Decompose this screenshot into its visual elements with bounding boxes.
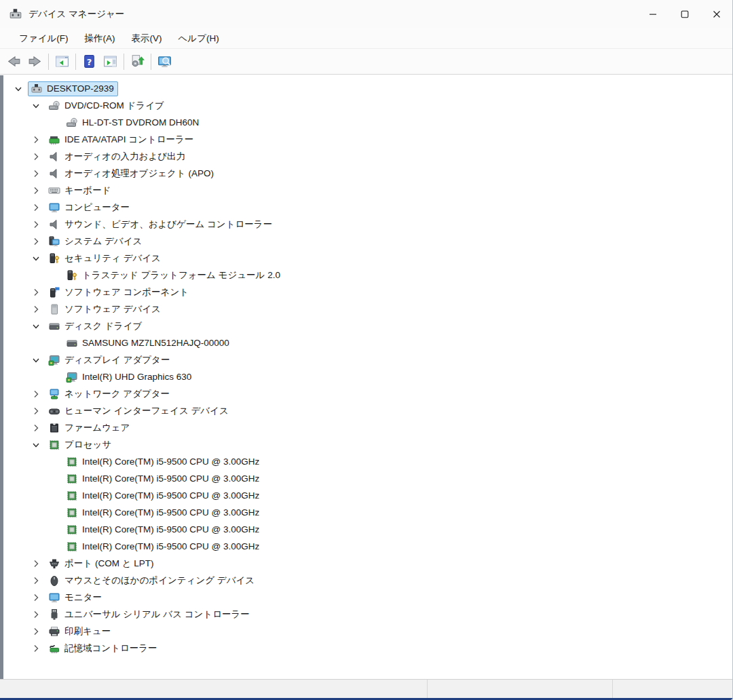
- tree-row[interactable]: Intel(R) Core(TM) i5-9500 CPU @ 3.00GHz: [3, 504, 732, 521]
- tree-node[interactable]: Intel(R) Core(TM) i5-9500 CPU @ 3.00GHz: [63, 522, 263, 537]
- tree-node[interactable]: DVD/CD-ROM ドライブ: [45, 98, 168, 113]
- tree-row[interactable]: オーディオの入力および出力: [3, 148, 732, 165]
- tree-row[interactable]: DVD/CD-ROM ドライブ: [3, 97, 732, 114]
- chevron-right-icon[interactable]: [26, 555, 45, 572]
- tree-row[interactable]: Intel(R) Core(TM) i5-9500 CPU @ 3.00GHz: [3, 470, 732, 487]
- tree-node[interactable]: セキュリティ デバイス: [45, 251, 165, 266]
- tree-row[interactable]: サウンド、ビデオ、およびゲーム コントローラー: [3, 216, 732, 233]
- chevron-down-icon[interactable]: [26, 250, 45, 267]
- chevron-right-icon[interactable]: [26, 623, 45, 640]
- tree-row[interactable]: ネットワーク アダプター: [3, 385, 732, 402]
- chevron-right-icon[interactable]: [26, 216, 45, 233]
- close-button[interactable]: [700, 0, 732, 28]
- tree-row[interactable]: トラステッド プラットフォーム モジュール 2.0: [3, 267, 732, 284]
- menu-help[interactable]: ヘルプ(H): [170, 30, 227, 47]
- tree-node[interactable]: キーボード: [45, 183, 115, 198]
- tree-node[interactable]: Intel(R) Core(TM) i5-9500 CPU @ 3.00GHz: [63, 488, 263, 503]
- help-button[interactable]: ?: [79, 52, 100, 72]
- tree-row[interactable]: キーボード: [3, 182, 732, 199]
- tree-row[interactable]: DESKTOP-2939: [3, 80, 732, 97]
- action-pane-button[interactable]: [100, 52, 121, 72]
- chevron-down-icon[interactable]: [26, 317, 45, 334]
- tree-node[interactable]: サウンド、ビデオ、およびゲーム コントローラー: [45, 217, 276, 232]
- maximize-button[interactable]: [669, 0, 700, 28]
- tree-node[interactable]: Intel(R) Core(TM) i5-9500 CPU @ 3.00GHz: [63, 539, 263, 554]
- tree-node[interactable]: DESKTOP-2939: [28, 81, 118, 96]
- chevron-right-icon[interactable]: [26, 640, 45, 657]
- tree-row[interactable]: マウスとそのほかのポインティング デバイス: [3, 572, 732, 589]
- menu-action[interactable]: 操作(A): [77, 30, 124, 47]
- tree-node[interactable]: オーディオ処理オブジェクト (APO): [45, 166, 218, 181]
- tree-node[interactable]: ソフトウェア デバイス: [45, 302, 165, 317]
- tree-row[interactable]: オーディオ処理オブジェクト (APO): [3, 165, 732, 182]
- chevron-right-icon[interactable]: [26, 182, 45, 199]
- tree-node[interactable]: SAMSUNG MZ7LN512HAJQ-00000: [63, 336, 233, 351]
- chevron-right-icon[interactable]: [26, 284, 45, 300]
- tree-row[interactable]: システム デバイス: [3, 233, 732, 250]
- tree-row[interactable]: 印刷キュー: [3, 623, 732, 640]
- tree-row[interactable]: コンピューター: [3, 199, 732, 216]
- tree-row[interactable]: ユニバーサル シリアル バス コントローラー: [3, 606, 732, 623]
- tree-node[interactable]: Intel(R) UHD Graphics 630: [63, 370, 195, 385]
- chevron-down-icon[interactable]: [9, 80, 28, 97]
- chevron-down-icon[interactable]: [26, 436, 45, 453]
- tree-row[interactable]: SAMSUNG MZ7LN512HAJQ-00000: [3, 334, 732, 351]
- device-search-button[interactable]: [154, 52, 175, 72]
- tree-node[interactable]: モニター: [45, 590, 106, 605]
- tree-row[interactable]: Intel(R) Core(TM) i5-9500 CPU @ 3.00GHz: [3, 453, 732, 470]
- tree-row[interactable]: Intel(R) UHD Graphics 630: [3, 368, 732, 385]
- tree-node[interactable]: Intel(R) Core(TM) i5-9500 CPU @ 3.00GHz: [63, 505, 263, 520]
- scan-hardware-button[interactable]: [127, 52, 148, 72]
- tree-row[interactable]: ソフトウェア デバイス: [3, 300, 732, 317]
- chevron-right-icon[interactable]: [26, 165, 45, 182]
- tree-row[interactable]: HL-DT-ST DVDROM DH60N: [3, 114, 732, 131]
- tree-node[interactable]: 記憶域コントローラー: [45, 641, 162, 656]
- tree-node[interactable]: ファームウェア: [45, 421, 134, 435]
- chevron-right-icon[interactable]: [26, 572, 45, 589]
- chevron-right-icon[interactable]: [26, 199, 45, 216]
- tree-node[interactable]: ネットワーク アダプター: [45, 387, 174, 402]
- chevron-right-icon[interactable]: [26, 385, 45, 402]
- tree-row[interactable]: ヒューマン インターフェイス デバイス: [3, 402, 732, 419]
- tree-node[interactable]: ディスプレイ アダプター: [45, 353, 174, 368]
- back-button[interactable]: [3, 52, 24, 72]
- chevron-right-icon[interactable]: [26, 131, 45, 148]
- chevron-down-icon[interactable]: [26, 351, 45, 368]
- tree-node[interactable]: ディスク ドライブ: [45, 319, 146, 334]
- chevron-right-icon[interactable]: [26, 300, 45, 317]
- chevron-right-icon[interactable]: [26, 233, 45, 250]
- tree-node[interactable]: コンピューター: [45, 200, 134, 215]
- chevron-right-icon[interactable]: [26, 419, 45, 436]
- tree-row[interactable]: ディスク ドライブ: [3, 317, 732, 334]
- tree-node[interactable]: ヒューマン インターフェイス デバイス: [45, 404, 233, 419]
- tree-row[interactable]: ソフトウェア コンポーネント: [3, 284, 732, 300]
- tree-node[interactable]: ソフトウェア コンポーネント: [45, 285, 193, 300]
- tree-node[interactable]: 印刷キュー: [45, 624, 115, 639]
- tree-row[interactable]: 記憶域コントローラー: [3, 640, 732, 657]
- chevron-down-icon[interactable]: [26, 97, 45, 114]
- tree-row[interactable]: モニター: [3, 589, 732, 606]
- console-tree-button[interactable]: [52, 52, 73, 72]
- menu-file[interactable]: ファイル(F): [11, 30, 77, 47]
- tree-node[interactable]: オーディオの入力および出力: [45, 149, 189, 164]
- tree-node[interactable]: ポート (COM と LPT): [45, 556, 157, 571]
- forward-button[interactable]: [24, 52, 45, 72]
- tree-node[interactable]: プロセッサ: [45, 438, 115, 452]
- tree-node[interactable]: IDE ATA/ATAPI コントローラー: [45, 132, 198, 147]
- chevron-right-icon[interactable]: [26, 589, 45, 606]
- tree-row[interactable]: IDE ATA/ATAPI コントローラー: [3, 131, 732, 148]
- tree-row[interactable]: Intel(R) Core(TM) i5-9500 CPU @ 3.00GHz: [3, 521, 732, 538]
- menu-view[interactable]: 表示(V): [124, 30, 170, 47]
- chevron-right-icon[interactable]: [26, 402, 45, 419]
- tree-row[interactable]: ファームウェア: [3, 419, 732, 436]
- tree-node[interactable]: Intel(R) Core(TM) i5-9500 CPU @ 3.00GHz: [63, 471, 263, 486]
- tree-node[interactable]: システム デバイス: [45, 234, 146, 249]
- minimize-button[interactable]: [637, 0, 669, 28]
- chevron-right-icon[interactable]: [26, 148, 45, 165]
- tree-row[interactable]: ディスプレイ アダプター: [3, 351, 732, 368]
- tree-row[interactable]: Intel(R) Core(TM) i5-9500 CPU @ 3.00GHz: [3, 538, 732, 555]
- tree-row[interactable]: Intel(R) Core(TM) i5-9500 CPU @ 3.00GHz: [3, 487, 732, 504]
- tree-row[interactable]: セキュリティ デバイス: [3, 250, 732, 267]
- tree-node[interactable]: Intel(R) Core(TM) i5-9500 CPU @ 3.00GHz: [63, 454, 263, 469]
- tree-node[interactable]: HL-DT-ST DVDROM DH60N: [63, 115, 203, 130]
